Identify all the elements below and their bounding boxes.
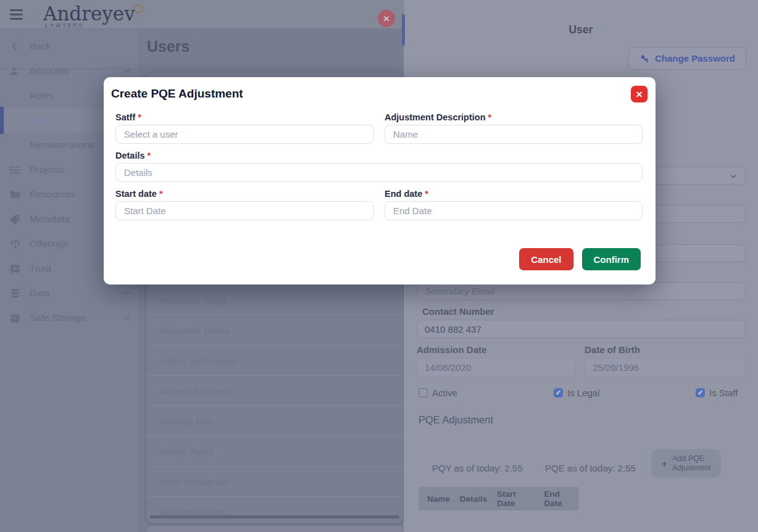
adjustment-description-field[interactable] [385, 125, 643, 144]
cancel-button[interactable]: Cancel [519, 248, 573, 270]
confirm-button[interactable]: Confirm [582, 248, 641, 270]
details-label: Details* [115, 151, 151, 160]
required-asterisk: * [148, 151, 151, 160]
start-date-field[interactable] [115, 201, 374, 220]
adjustment-description-label: Adjustment Description* [385, 112, 491, 122]
required-asterisk: * [488, 112, 492, 122]
staff-select-field[interactable] [115, 125, 374, 144]
end-date-field[interactable] [385, 201, 643, 220]
required-asterisk: * [425, 189, 428, 199]
modal-close-button[interactable] [631, 86, 648, 102]
modal-title: Create PQE Adjustment [111, 87, 243, 101]
modal-actions: Cancel Confirm [519, 248, 641, 270]
required-asterisk: * [138, 112, 141, 122]
end-date-label: End date* [385, 189, 428, 199]
details-field[interactable] [115, 163, 643, 182]
create-pqe-adjustment-modal: Create PQE Adjustment Satff* Adjustment … [104, 77, 656, 285]
app-root: Andreyev LAWYERS Back Accounts Roles [0, 0, 758, 532]
start-date-label: Start date* [115, 189, 163, 199]
staff-label: Satff* [115, 112, 141, 122]
required-asterisk: * [159, 189, 163, 199]
